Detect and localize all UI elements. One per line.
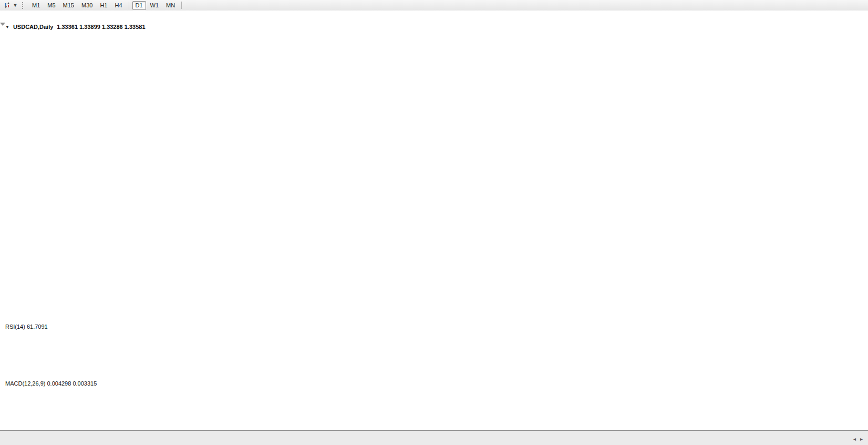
tab-nav: ◂ ▸ bbox=[853, 436, 868, 445]
timeframe-button-mn[interactable]: MN bbox=[163, 1, 178, 10]
timeframe-button-h1[interactable]: H1 bbox=[97, 1, 110, 10]
chart-ohlc-header: ▼USDCAD,Daily1.33361 1.33899 1.33286 1.3… bbox=[5, 24, 146, 30]
mt4-window: ▼ M1M5M15M30H1H4D1W1MN ▼USDCAD,Daily1.33… bbox=[0, 0, 868, 445]
timeframes-toolbar-icon bbox=[2, 1, 12, 9]
chart-area[interactable]: ▼USDCAD,Daily1.33361 1.33899 1.33286 1.3… bbox=[0, 11, 868, 429]
chart-collapse-arrow[interactable]: ▼ bbox=[5, 25, 9, 29]
timeframe-button-w1[interactable]: W1 bbox=[147, 1, 162, 10]
timeframe-button-m5[interactable]: M5 bbox=[44, 1, 58, 10]
macd-indicator-label: MACD(12,26,9) 0.004298 0.003315 bbox=[5, 380, 97, 387]
timeframe-button-h4[interactable]: H4 bbox=[111, 1, 125, 10]
rsi-indicator-label: RSI(14) 61.7091 bbox=[5, 323, 48, 330]
timeframes-toolbar: ▼ M1M5M15M30H1H4D1W1MN bbox=[0, 0, 868, 11]
timeframe-button-m30[interactable]: M30 bbox=[78, 1, 96, 10]
toolbar-grip[interactable] bbox=[22, 2, 25, 9]
tab-scroll-right-icon[interactable]: ▸ bbox=[860, 436, 863, 442]
timeframe-button-m1[interactable]: M1 bbox=[29, 1, 43, 10]
timeframe-button-d1[interactable]: D1 bbox=[132, 1, 146, 10]
chart-shift-marker[interactable] bbox=[0, 23, 5, 26]
timeframe-button-m15[interactable]: M15 bbox=[60, 1, 77, 10]
chart-ohlc-values: 1.33361 1.33899 1.33286 1.33581 bbox=[57, 24, 145, 30]
tab-scroll-left-icon[interactable]: ◂ bbox=[853, 436, 856, 442]
toolbar-separator bbox=[129, 2, 129, 9]
toolbar-dropdown-arrow[interactable]: ▼ bbox=[12, 3, 19, 8]
chart-tab-bar: ◂ ▸ bbox=[0, 430, 868, 445]
toolbar-separator bbox=[181, 2, 182, 9]
chart-symbol-period: USDCAD,Daily bbox=[13, 24, 53, 30]
